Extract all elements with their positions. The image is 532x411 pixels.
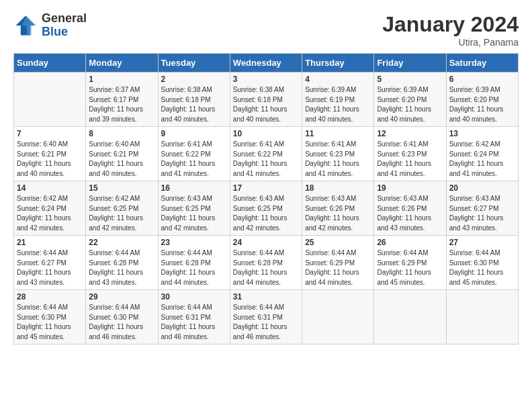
day-number: 22 [89,238,154,247]
calendar-cell: 14Sunrise: 6:42 AM Sunset: 6:24 PM Dayli… [14,181,86,236]
day-number: 21 [17,238,83,247]
calendar-week-row: 28Sunrise: 6:44 AM Sunset: 6:30 PM Dayli… [14,290,519,345]
calendar-cell: 1Sunrise: 6:37 AM Sunset: 6:17 PM Daylig… [86,73,158,127]
day-number: 29 [89,292,154,302]
day-number: 14 [17,183,83,193]
calendar-cell: 26Sunrise: 6:44 AM Sunset: 6:29 PM Dayli… [374,236,446,290]
day-info: Sunrise: 6:43 AM Sunset: 6:26 PM Dayligh… [377,194,443,233]
day-number: 2 [161,75,227,84]
calendar-cell: 4Sunrise: 6:39 AM Sunset: 6:19 PM Daylig… [302,73,374,127]
header-day: Sunday [14,54,86,73]
calendar-cell: 19Sunrise: 6:43 AM Sunset: 6:26 PM Dayli… [374,181,446,236]
calendar-cell [374,290,446,345]
header-day: Thursday [302,54,374,73]
day-number: 18 [305,183,371,193]
calendar-cell: 30Sunrise: 6:44 AM Sunset: 6:31 PM Dayli… [158,290,230,345]
day-number: 5 [377,75,443,84]
calendar-cell: 16Sunrise: 6:43 AM Sunset: 6:25 PM Dayli… [158,181,230,236]
calendar-cell: 15Sunrise: 6:42 AM Sunset: 6:25 PM Dayli… [86,181,158,236]
day-info: Sunrise: 6:43 AM Sunset: 6:27 PM Dayligh… [449,194,515,233]
day-number: 20 [449,183,515,193]
day-number: 28 [17,292,83,302]
day-number: 24 [233,238,299,247]
day-number: 9 [161,129,227,138]
day-info: Sunrise: 6:42 AM Sunset: 6:24 PM Dayligh… [449,140,515,179]
day-number: 15 [89,183,154,193]
day-info: Sunrise: 6:41 AM Sunset: 6:23 PM Dayligh… [305,140,371,179]
day-number: 13 [449,129,515,138]
day-info: Sunrise: 6:41 AM Sunset: 6:22 PM Dayligh… [161,140,227,179]
day-info: Sunrise: 6:44 AM Sunset: 6:31 PM Dayligh… [161,303,227,342]
calendar-cell: 2Sunrise: 6:38 AM Sunset: 6:18 PM Daylig… [158,73,230,127]
calendar-cell: 22Sunrise: 6:44 AM Sunset: 6:28 PM Dayli… [86,236,158,290]
day-info: Sunrise: 6:42 AM Sunset: 6:24 PM Dayligh… [17,194,83,233]
calendar-cell: 17Sunrise: 6:43 AM Sunset: 6:25 PM Dayli… [230,181,302,236]
calendar-cell [446,290,518,345]
day-number: 16 [161,183,227,193]
calendar-week-row: 21Sunrise: 6:44 AM Sunset: 6:27 PM Dayli… [14,236,519,290]
day-info: Sunrise: 6:40 AM Sunset: 6:21 PM Dayligh… [89,140,154,179]
header-row: SundayMondayTuesdayWednesdayThursdayFrid… [14,54,519,73]
calendar-header: SundayMondayTuesdayWednesdayThursdayFrid… [14,54,519,73]
day-number: 6 [449,75,515,84]
day-info: Sunrise: 6:43 AM Sunset: 6:25 PM Dayligh… [233,194,299,233]
calendar-week-row: 1Sunrise: 6:37 AM Sunset: 6:17 PM Daylig… [14,73,519,127]
header-day: Wednesday [230,54,302,73]
calendar-cell: 27Sunrise: 6:44 AM Sunset: 6:30 PM Dayli… [446,236,518,290]
calendar-cell: 9Sunrise: 6:41 AM Sunset: 6:22 PM Daylig… [158,127,230,181]
calendar-cell: 8Sunrise: 6:40 AM Sunset: 6:21 PM Daylig… [86,127,158,181]
day-number: 23 [161,238,227,247]
calendar-cell: 21Sunrise: 6:44 AM Sunset: 6:27 PM Dayli… [14,236,86,290]
day-number: 27 [449,238,515,247]
calendar-cell: 20Sunrise: 6:43 AM Sunset: 6:27 PM Dayli… [446,181,518,236]
day-number: 3 [233,75,299,84]
day-info: Sunrise: 6:44 AM Sunset: 6:28 PM Dayligh… [89,248,154,287]
calendar-subtitle: Utira, Panama [382,37,519,48]
calendar-cell: 7Sunrise: 6:40 AM Sunset: 6:21 PM Daylig… [14,127,86,181]
day-info: Sunrise: 6:40 AM Sunset: 6:21 PM Dayligh… [17,140,83,179]
day-number: 30 [161,292,227,302]
header-day: Monday [86,54,158,73]
day-info: Sunrise: 6:44 AM Sunset: 6:30 PM Dayligh… [17,303,83,342]
day-info: Sunrise: 6:44 AM Sunset: 6:28 PM Dayligh… [233,248,299,287]
day-number: 8 [89,129,154,138]
day-number: 4 [305,75,371,84]
calendar-cell: 29Sunrise: 6:44 AM Sunset: 6:30 PM Dayli… [86,290,158,345]
header: General Blue January 2024 Utira, Panama [13,12,519,48]
day-info: Sunrise: 6:37 AM Sunset: 6:17 PM Dayligh… [89,85,154,124]
calendar-cell: 24Sunrise: 6:44 AM Sunset: 6:28 PM Dayli… [230,236,302,290]
day-info: Sunrise: 6:41 AM Sunset: 6:23 PM Dayligh… [377,140,443,179]
logo: General Blue [13,12,87,39]
day-info: Sunrise: 6:44 AM Sunset: 6:29 PM Dayligh… [305,248,371,287]
day-info: Sunrise: 6:38 AM Sunset: 6:18 PM Dayligh… [233,85,299,124]
calendar-week-row: 7Sunrise: 6:40 AM Sunset: 6:21 PM Daylig… [14,127,519,181]
day-number: 7 [17,129,83,138]
calendar-cell: 10Sunrise: 6:41 AM Sunset: 6:22 PM Dayli… [230,127,302,181]
day-number: 31 [233,292,299,302]
day-number: 11 [305,129,371,138]
calendar-cell: 23Sunrise: 6:44 AM Sunset: 6:28 PM Dayli… [158,236,230,290]
header-day: Saturday [446,54,518,73]
day-number: 19 [377,183,443,193]
calendar-week-row: 14Sunrise: 6:42 AM Sunset: 6:24 PM Dayli… [14,181,519,236]
calendar-cell: 25Sunrise: 6:44 AM Sunset: 6:29 PM Dayli… [302,236,374,290]
day-number: 1 [89,75,154,84]
day-info: Sunrise: 6:38 AM Sunset: 6:18 PM Dayligh… [161,85,227,124]
calendar-cell: 6Sunrise: 6:39 AM Sunset: 6:20 PM Daylig… [446,73,518,127]
calendar-cell: 28Sunrise: 6:44 AM Sunset: 6:30 PM Dayli… [14,290,86,345]
logo-blue-label: Blue [42,26,87,39]
day-info: Sunrise: 6:44 AM Sunset: 6:27 PM Dayligh… [17,248,83,287]
title-block: January 2024 Utira, Panama [382,12,519,48]
calendar-cell: 5Sunrise: 6:39 AM Sunset: 6:20 PM Daylig… [374,73,446,127]
day-info: Sunrise: 6:39 AM Sunset: 6:20 PM Dayligh… [377,85,443,124]
day-info: Sunrise: 6:39 AM Sunset: 6:19 PM Dayligh… [305,85,371,124]
logo-icon [13,13,38,38]
calendar-cell: 31Sunrise: 6:44 AM Sunset: 6:31 PM Dayli… [230,290,302,345]
day-info: Sunrise: 6:39 AM Sunset: 6:20 PM Dayligh… [449,85,515,124]
calendar-cell [14,73,86,127]
page: General Blue January 2024 Utira, Panama … [0,0,532,351]
logo-text: General Blue [42,12,87,39]
day-info: Sunrise: 6:41 AM Sunset: 6:22 PM Dayligh… [233,140,299,179]
calendar-cell: 13Sunrise: 6:42 AM Sunset: 6:24 PM Dayli… [446,127,518,181]
day-info: Sunrise: 6:44 AM Sunset: 6:30 PM Dayligh… [89,303,154,342]
